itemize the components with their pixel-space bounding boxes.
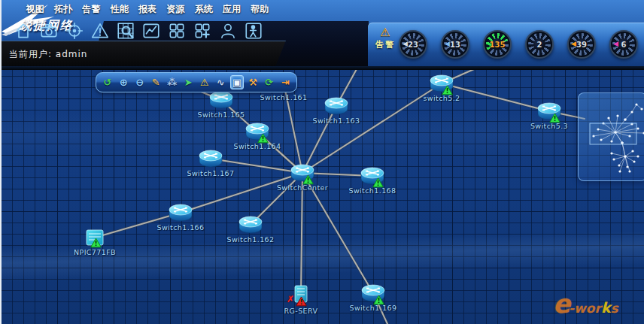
node-switch1-164[interactable]: ! bbox=[244, 122, 271, 141]
user-icon[interactable] bbox=[217, 20, 238, 42]
home-icon[interactable] bbox=[12, 20, 34, 42]
tool-performance-view-icon[interactable]: ∿ bbox=[214, 75, 228, 89]
node-label-rg-serv: RG-SERV bbox=[260, 307, 342, 315]
node-switch1-168[interactable]: ! bbox=[359, 166, 386, 186]
apps-icon[interactable] bbox=[166, 20, 187, 42]
header-bar: 锐捷网络 视图拓扑告警性能报表资源系统应用帮助 当前用户: admin ⚠ 告警… bbox=[2, 0, 644, 70]
network-management-window: Switch1.161Switch1.165Switch1.163!Switch… bbox=[0, 0, 644, 324]
tool-zoom-out-icon[interactable]: ⊖ bbox=[133, 75, 147, 89]
alarm-label: 告警 bbox=[372, 39, 398, 50]
node-label-switch5-2: switch5.2 bbox=[400, 94, 483, 102]
eworks-logo-text: -wor bbox=[569, 301, 601, 316]
menu-item-2[interactable]: 告警 bbox=[77, 3, 105, 16]
alarm-label-block[interactable]: ⚠ 告警 bbox=[372, 27, 398, 50]
menu-item-6[interactable]: 系统 bbox=[190, 3, 217, 16]
eworks-watermark: e-works bbox=[553, 289, 618, 319]
tool-topology-layout-icon[interactable]: ⁂ bbox=[166, 75, 179, 89]
node-label-switch1-168: Switch1.168 bbox=[331, 186, 414, 195]
tool-zoom-in-icon[interactable]: ⊕ bbox=[117, 75, 131, 89]
node-switch1-169[interactable]: ! bbox=[360, 283, 387, 303]
tool-background-map-icon[interactable]: ▣ bbox=[230, 75, 244, 89]
node-switch-center[interactable]: ! bbox=[289, 163, 316, 183]
tool-export-arrow-icon[interactable]: ➤ bbox=[182, 75, 196, 89]
node-switch1-165[interactable] bbox=[208, 90, 235, 110]
current-user-band: 当前用户: admin bbox=[2, 41, 286, 68]
tool-edit-link-icon[interactable]: ✎ bbox=[150, 75, 163, 89]
menu-item-5[interactable]: 资源 bbox=[162, 3, 190, 16]
svg-text:!: ! bbox=[94, 240, 97, 247]
alarm-gauge-1[interactable]: ◀23 bbox=[399, 30, 427, 59]
node-switch5-2[interactable]: ! bbox=[428, 74, 455, 93]
alarm-gauge-5[interactable]: ◀39 bbox=[567, 30, 596, 59]
node-switch1-166[interactable] bbox=[167, 203, 194, 223]
alarm-gauge-6[interactable]: ◀6 bbox=[609, 30, 638, 59]
node-switch1-167[interactable] bbox=[197, 149, 224, 168]
tool-refresh-icon[interactable]: ⟳ bbox=[263, 75, 276, 89]
topology-toolbar: ↺⊕⊖✎⁂➤⚠∿▣⚒⟳⇥ bbox=[96, 72, 297, 92]
node-label-switch1-169: Switch1.169 bbox=[332, 304, 415, 312]
alarm-panel: ⚠ 告警 ◀23◀13◀1352◀39◀6 bbox=[368, 23, 644, 66]
node-label-switch1-161: Switch1.161 bbox=[242, 93, 325, 101]
node-rg-serv[interactable]: !✗ bbox=[293, 285, 309, 304]
tool-undo-icon[interactable]: ↺ bbox=[101, 75, 114, 89]
tool-alarm-view-icon[interactable]: ⚠ bbox=[198, 75, 211, 89]
alarm-gauge-2[interactable]: ◀13 bbox=[441, 30, 469, 59]
eworks-logo-e: e bbox=[553, 289, 569, 319]
node-label-switch1-167: Switch1.167 bbox=[169, 169, 252, 177]
menu-item-7[interactable]: 应用 bbox=[217, 3, 245, 16]
node-label-npic771fb: NPIC771FB bbox=[53, 248, 136, 256]
node-switch1-163[interactable] bbox=[323, 96, 350, 116]
menu-item-1[interactable]: 拓扑 bbox=[49, 3, 77, 16]
alarm-gauge-3[interactable]: ◀135 bbox=[483, 30, 512, 59]
current-user-label: 当前用户: admin bbox=[9, 48, 87, 61]
warning-triangle-icon: ⚠ bbox=[372, 27, 398, 38]
menu-item-8[interactable]: 帮助 bbox=[246, 3, 274, 16]
node-switch1-162[interactable] bbox=[237, 215, 264, 235]
node-npic771fb[interactable]: ! bbox=[86, 229, 104, 246]
svg-text:!: ! bbox=[299, 298, 302, 306]
performance-icon[interactable] bbox=[140, 20, 162, 42]
node-label-switch1-165: Switch1.165 bbox=[180, 111, 263, 119]
menu-item-4[interactable]: 报表 bbox=[133, 3, 161, 16]
node-label-switch1-162: Switch1.162 bbox=[209, 235, 292, 244]
tool-exit-icon[interactable]: ⇥ bbox=[279, 75, 293, 89]
alarm-gauge-4[interactable]: 2 bbox=[525, 30, 554, 59]
alarm-icon[interactable] bbox=[89, 20, 111, 42]
apps-add-icon[interactable] bbox=[191, 20, 213, 42]
node-label-switch1-166: Switch1.166 bbox=[139, 223, 222, 232]
eworks-logo-k: k bbox=[601, 299, 611, 316]
main-menu: 视图拓扑告警性能报表资源系统应用帮助 bbox=[21, 3, 274, 16]
node-label-switch1-163: Switch1.163 bbox=[295, 117, 378, 125]
minimap-viewport bbox=[590, 123, 636, 144]
node-switch5-3[interactable]: ! bbox=[536, 101, 563, 121]
menu-item-0[interactable]: 视图 bbox=[21, 3, 49, 16]
header-divider bbox=[2, 66, 644, 70]
tool-settings-icon[interactable]: ⚒ bbox=[247, 75, 260, 89]
eworks-logo-arrow: s bbox=[611, 301, 618, 316]
target-icon[interactable] bbox=[63, 20, 85, 42]
camera-icon[interactable] bbox=[38, 20, 59, 42]
logout-icon[interactable] bbox=[242, 20, 264, 42]
zoom-search-icon[interactable] bbox=[114, 20, 136, 42]
down-cross-icon: ✗ bbox=[287, 294, 294, 304]
menu-item-3[interactable]: 性能 bbox=[105, 3, 133, 16]
minimap-graph bbox=[579, 93, 644, 182]
node-label-switch1-164: Switch1.164 bbox=[216, 142, 299, 150]
topology-minimap[interactable] bbox=[578, 92, 644, 181]
nav-icon-row bbox=[12, 20, 268, 42]
